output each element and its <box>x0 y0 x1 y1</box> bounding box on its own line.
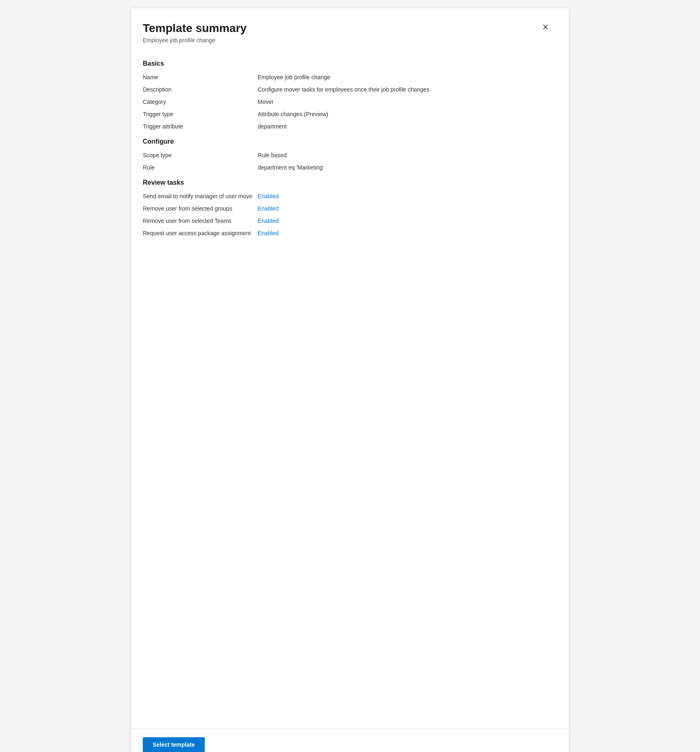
select-template-label: Select template <box>153 741 195 748</box>
configure-value-rule: department eq 'Marketing' <box>258 164 552 171</box>
template-summary-panel: Template summary Employee job profile ch… <box>131 8 569 752</box>
basics-row-trigger-attribute: Trigger attribute department <box>143 123 552 130</box>
basics-label-trigger-type: Trigger type <box>143 111 258 117</box>
review-tasks-heading: Review tasks <box>143 179 552 186</box>
basics-heading: Basics <box>143 60 552 67</box>
close-button[interactable]: ✕ <box>539 21 552 33</box>
select-template-button[interactable]: Select template <box>143 737 205 752</box>
panel-footer: Select template <box>131 729 569 752</box>
basics-value-name: Employee job profile change <box>258 74 552 80</box>
configure-row-rule: Rule department eq 'Marketing' <box>143 164 552 171</box>
basics-value-trigger-type: Attribute changes (Preview) <box>258 111 552 117</box>
configure-section: Configure Scope type Rule based Rule dep… <box>143 138 552 171</box>
review-tasks-section: Review tasks Send email to notify manage… <box>143 179 552 236</box>
configure-label-rule: Rule <box>143 164 258 171</box>
basics-row-description: Description Configure mover tasks for em… <box>143 86 552 93</box>
task-label-remove-teams: Remove user from selected Teams <box>143 218 258 224</box>
configure-row-scope-type: Scope type Rule based <box>143 152 552 158</box>
basics-value-trigger-attribute: department <box>258 123 552 130</box>
configure-value-scope-type: Rule based <box>258 152 552 158</box>
task-label-access-package: Request user access package assignment <box>143 230 258 236</box>
configure-heading: Configure <box>143 138 552 145</box>
task-row-send-email: Send email to notify manager of user mov… <box>143 193 552 199</box>
configure-label-scope-type: Scope type <box>143 152 258 158</box>
basics-row-category: Category Mover <box>143 99 552 105</box>
basics-section: Basics Name Employee job profile change … <box>143 60 552 130</box>
task-value-access-package: Enabled <box>258 230 552 236</box>
task-label-send-email: Send email to notify manager of user mov… <box>143 193 258 199</box>
task-row-remove-groups: Remove user from selected groups Enabled <box>143 205 552 212</box>
basics-row-name: Name Employee job profile change <box>143 74 552 80</box>
basics-label-category: Category <box>143 99 258 105</box>
task-row-remove-teams: Remove user from selected Teams Enabled <box>143 218 552 224</box>
content-area: Basics Name Employee job profile change … <box>143 57 552 747</box>
panel-header: Template summary Employee job profile ch… <box>143 21 552 44</box>
task-value-remove-teams: Enabled <box>258 218 552 224</box>
task-value-remove-groups: Enabled <box>258 205 552 212</box>
basics-value-category: Mover <box>258 99 552 105</box>
basics-label-trigger-attribute: Trigger attribute <box>143 123 258 130</box>
basics-label-description: Description <box>143 86 258 93</box>
panel-subtitle: Employee job profile change <box>143 37 247 44</box>
basics-label-name: Name <box>143 74 258 80</box>
task-value-send-email: Enabled <box>258 193 552 199</box>
task-row-access-package: Request user access package assignment E… <box>143 230 552 236</box>
basics-row-trigger-type: Trigger type Attribute changes (Preview) <box>143 111 552 117</box>
title-block: Template summary Employee job profile ch… <box>143 21 247 44</box>
task-label-remove-groups: Remove user from selected groups <box>143 205 258 212</box>
panel-title: Template summary <box>143 21 247 35</box>
basics-value-description: Configure mover tasks for employees once… <box>258 86 552 93</box>
close-icon: ✕ <box>542 23 549 31</box>
